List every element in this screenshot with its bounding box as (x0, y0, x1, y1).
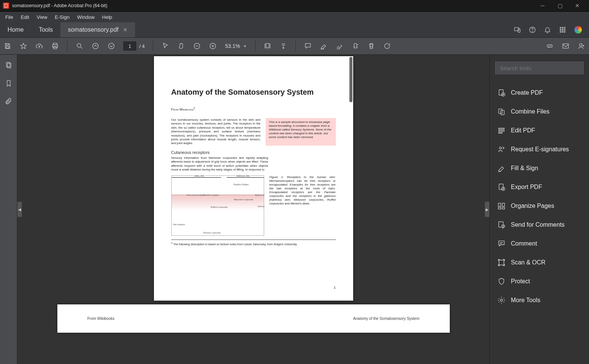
titlebar: somatosensory.pdf - Adobe Acrobat Pro (6… (0, 0, 589, 12)
profile-avatar[interactable] (574, 26, 582, 34)
zoom-level[interactable]: 53.1%▼ (225, 43, 247, 49)
svg-rect-8 (562, 29, 563, 31)
apps-grid-icon[interactable] (559, 26, 566, 34)
save-icon[interactable] (4, 42, 11, 50)
tool-icon (497, 258, 506, 267)
tab-document-label: somatosensory.pdf (68, 26, 118, 33)
tool-edit-pdf[interactable]: Edit PDF (494, 121, 584, 140)
tool-scan-ocr[interactable]: Scan & OCR (494, 253, 584, 272)
svg-point-3 (532, 31, 533, 32)
star-icon[interactable] (20, 42, 27, 50)
scroll-mode-icon[interactable] (280, 42, 287, 50)
stamp-icon[interactable] (352, 42, 359, 50)
fig-lbl-glabrous: Glabrous skin (235, 175, 251, 177)
svg-rect-37 (498, 203, 501, 206)
footnote: 1 The following description is based on … (171, 240, 336, 246)
link-icon[interactable] (546, 42, 554, 50)
zoom-level-value: 53.1% (225, 43, 240, 49)
maximize-button[interactable]: ▢ (551, 0, 569, 12)
thumbnails-icon[interactable] (5, 61, 12, 69)
p2-header-right: Anatomy of the Somatosensory System (353, 316, 420, 333)
svg-rect-33 (499, 132, 502, 134)
page-number-input[interactable] (123, 41, 136, 51)
tool-label: Organize Pages (511, 203, 554, 209)
prev-page-icon[interactable] (92, 42, 99, 50)
fig-lbl-merkel: Merkel's receptor (203, 194, 219, 196)
tool-label: Request E-signatures (511, 146, 569, 153)
tool-more-tools[interactable]: More Tools (494, 291, 584, 310)
menu-file[interactable]: File (2, 13, 17, 22)
tool-organize-pages[interactable]: Organize Pages (494, 197, 584, 215)
svg-rect-13 (6, 46, 9, 48)
tool-combine-files[interactable]: Combine Files (494, 102, 584, 121)
bookmarks-icon[interactable] (5, 80, 12, 87)
pdf-page-2: From Wikibooks Anatomy of the Somatosens… (57, 304, 450, 333)
tab-home[interactable]: Home (0, 22, 31, 37)
doc-title: Anatomy of the Somatosensory System (171, 88, 336, 97)
share-user-icon[interactable] (578, 42, 585, 50)
bell-icon[interactable] (544, 26, 551, 34)
highlight-icon[interactable] (320, 42, 328, 50)
search-tools-input[interactable] (494, 61, 584, 75)
tab-document[interactable]: somatosensory.pdf ✕ (60, 22, 135, 37)
tab-tools[interactable]: Tools (31, 22, 60, 37)
doc-from-text: From Wikibooks (171, 108, 194, 111)
devices-icon[interactable] (514, 26, 521, 34)
document-viewer[interactable]: ◀ ▶ Anatomy of the Somatosensory System … (17, 55, 489, 364)
close-button[interactable]: ✕ (569, 0, 586, 12)
svg-rect-4 (560, 27, 561, 28)
attachments-icon[interactable] (5, 98, 12, 105)
toolbar: / 4 53.1%▼ (0, 37, 589, 55)
sign-icon[interactable] (336, 42, 343, 50)
tab-close-icon[interactable]: ✕ (123, 27, 128, 33)
menu-edit[interactable]: Edit (17, 13, 33, 22)
zoom-out-icon[interactable] (193, 42, 201, 50)
tool-create-pdf[interactable]: Create PDF (494, 83, 584, 102)
p2-header-left: From Wikibooks (88, 316, 115, 333)
print-icon[interactable] (51, 42, 59, 50)
tool-protect[interactable]: Protect (494, 272, 584, 291)
email-icon[interactable] (562, 42, 569, 50)
tool-request-e-signatures[interactable]: Request E-signatures (494, 140, 584, 159)
tool-send-for-comments[interactable]: Send for Comments (494, 215, 584, 234)
tool-label: Create PDF (511, 89, 543, 96)
svg-rect-32 (499, 130, 504, 131)
zoom-in-icon[interactable] (209, 42, 217, 50)
tool-comment[interactable]: Comment (494, 234, 584, 253)
delete-icon[interactable] (368, 42, 375, 50)
menu-esign[interactable]: E-Sign (51, 13, 73, 22)
fig-lbl-meissner: Meissner's corpuscle (234, 198, 253, 201)
tool-icon (497, 164, 506, 172)
menu-window[interactable]: Window (73, 13, 98, 22)
fit-width-icon[interactable] (264, 42, 271, 50)
tool-export-pdf[interactable]: Export PDF (494, 178, 584, 197)
menu-help[interactable]: Help (98, 13, 116, 22)
tool-icon (497, 296, 506, 304)
svg-rect-9 (564, 29, 565, 31)
svg-point-17 (77, 43, 81, 47)
menu-view[interactable]: View (33, 13, 51, 22)
scrollbar[interactable] (349, 57, 352, 102)
comment-icon[interactable] (304, 42, 312, 50)
minimize-button[interactable]: ─ (534, 0, 551, 12)
tool-label: Edit PDF (511, 127, 535, 134)
tools-panel: Create PDFCombine FilesEdit PDFRequest E… (489, 55, 589, 364)
selection-tool-icon[interactable] (161, 42, 169, 50)
tool-icon (497, 108, 506, 116)
svg-rect-6 (564, 27, 565, 28)
find-icon[interactable] (76, 42, 83, 50)
svg-point-19 (109, 43, 114, 49)
svg-rect-29 (499, 109, 502, 114)
svg-rect-40 (502, 207, 504, 209)
hand-tool-icon[interactable] (177, 42, 185, 50)
svg-rect-11 (562, 31, 563, 32)
svg-rect-16 (54, 47, 57, 49)
svg-rect-0 (515, 28, 519, 31)
rotate-icon[interactable] (383, 42, 391, 50)
tool-label: More Tools (511, 297, 540, 304)
help-icon[interactable] (529, 26, 536, 34)
cloud-upload-icon[interactable] (35, 42, 43, 50)
tool-fill-sign[interactable]: Fill & Sign (494, 159, 584, 178)
svg-rect-30 (501, 110, 504, 115)
next-page-icon[interactable] (108, 42, 115, 50)
